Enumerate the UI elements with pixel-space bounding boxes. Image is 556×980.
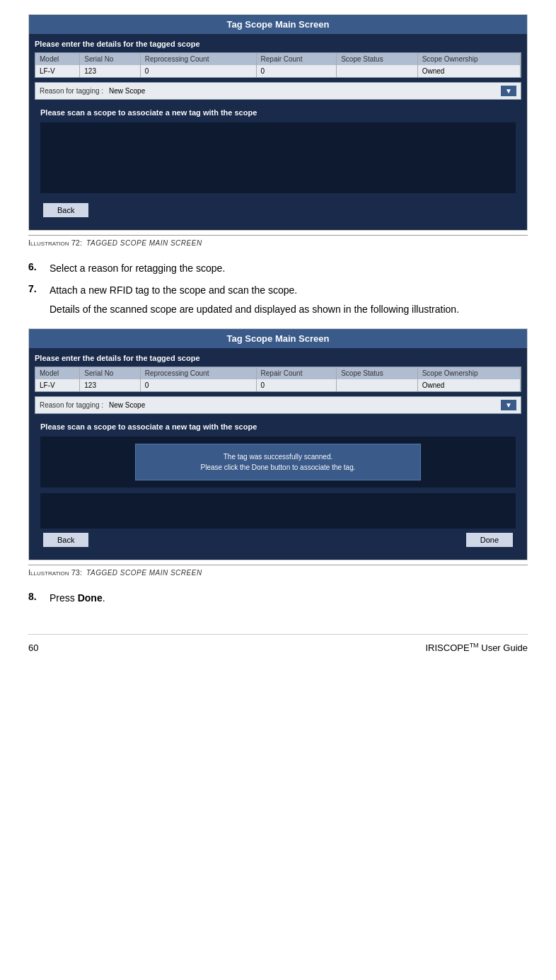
success-line2: Please click the Done button to associat…	[143, 462, 412, 473]
screen2-container: Tag Scope Main Screen Please enter the d…	[28, 328, 528, 560]
table-header: Scope Status	[337, 53, 418, 65]
table-cell: LF-V	[35, 65, 80, 77]
step6-number: 6.	[28, 261, 50, 272]
scan-area-2: Please scan a scope to associate a new t…	[35, 418, 521, 554]
table-cell: 0	[140, 65, 256, 77]
step7-content: Attach a new RFID tag to the scope and s…	[50, 283, 459, 321]
table-header: Scope Ownership	[417, 367, 520, 379]
table-header: Reprocessing Count	[140, 367, 256, 379]
table-header: Scope Status	[337, 367, 418, 379]
success-line1: The tag was successfully scanned.	[143, 451, 412, 462]
step7-text: Attach a new RFID tag to the scope and s…	[50, 283, 459, 298]
screen1-header: Please enter the details for the tagged …	[35, 40, 521, 48]
table-header: Model	[35, 367, 80, 379]
table-cell: 123	[80, 379, 141, 391]
step7-detail: Details of the scanned scope are updated…	[50, 302, 459, 317]
table-cell: Owned	[417, 65, 520, 77]
table-cell: 0	[256, 379, 337, 391]
step7-item: 7. Attach a new RFID tag to the scope an…	[28, 283, 528, 321]
caption2-label: Tagged scope main screen	[86, 569, 202, 577]
step8-bold: Done	[78, 592, 103, 604]
table-cell	[337, 65, 418, 77]
reason-value-1: New Scope	[109, 87, 501, 95]
table-cell: 0	[140, 379, 256, 391]
scan-dark-1	[40, 122, 516, 193]
back-button-2[interactable]: Back	[43, 533, 88, 547]
step8-text: Press Done.	[50, 591, 105, 606]
scan-dark-2: The tag was successfully scanned. Please…	[40, 437, 516, 488]
back-button-1[interactable]: Back	[43, 203, 88, 217]
table-cell: Owned	[417, 379, 520, 391]
done-button[interactable]: Done	[466, 533, 513, 547]
reason-label-2: Reason for tagging :	[40, 401, 103, 409]
page-footer: 60 IRISCOPETM User Guide	[28, 634, 528, 653]
screen2-title: Tag Scope Main Screen	[29, 329, 527, 348]
scan-area-1: Please scan a scope to associate a new t…	[35, 104, 521, 224]
table-header: Repair Count	[256, 53, 337, 65]
screen1-title: Tag Scope Main Screen	[29, 15, 527, 34]
table-cell: LF-V	[35, 379, 80, 391]
table-header: Serial No	[80, 53, 141, 65]
step6-item: 6. Select a reason for retagging the sco…	[28, 261, 528, 276]
step8-prefix: Press	[50, 592, 78, 604]
footer-page-number: 60	[28, 642, 38, 653]
table-header: Serial No	[80, 367, 141, 379]
caption1: Illustration 72: Tagged scope main scree…	[28, 235, 528, 247]
screen1-container: Tag Scope Main Screen Please enter the d…	[28, 14, 528, 231]
scan-bottom-spacer	[40, 493, 516, 529]
reason-row-1: Reason for tagging : New Scope ▼	[35, 82, 521, 100]
reason-label-1: Reason for tagging :	[40, 87, 103, 95]
bottom-buttons-1: Back	[40, 199, 516, 220]
caption2: Illustration 73: Tagged scope main scree…	[28, 565, 528, 577]
scan-text-2: Please scan a scope to associate a new t…	[40, 422, 516, 431]
bottom-buttons-2: Back Done	[40, 529, 516, 550]
caption1-label: Tagged scope main screen	[86, 239, 202, 247]
table-cell	[337, 379, 418, 391]
success-box: The tag was successfully scanned. Please…	[135, 444, 420, 480]
step8-number: 8.	[28, 591, 50, 602]
caption1-prefix: Illustration 72:	[28, 238, 84, 247]
table-header: Repair Count	[256, 367, 337, 379]
dropdown-btn-1[interactable]: ▼	[501, 86, 516, 96]
table-header: Reprocessing Count	[140, 53, 256, 65]
screen2-header: Please enter the details for the tagged …	[35, 354, 521, 362]
step8-item: 8. Press Done.	[28, 591, 528, 606]
step7-number: 7.	[28, 283, 50, 294]
table-cell: 123	[80, 65, 141, 77]
table-header: Model	[35, 53, 80, 65]
dropdown-btn-2[interactable]: ▼	[501, 400, 516, 410]
reason-row-2: Reason for tagging : New Scope ▼	[35, 396, 521, 414]
scan-text-1: Please scan a scope to associate a new t…	[40, 108, 516, 117]
table-header: Scope Ownership	[417, 53, 520, 65]
reason-value-2: New Scope	[109, 401, 501, 409]
scope-table-1: ModelSerial NoReprocessing CountRepair C…	[35, 52, 521, 78]
step6-text: Select a reason for retagging the scope.	[50, 261, 225, 276]
footer-brand: IRISCOPETM User Guide	[426, 642, 528, 653]
table-cell: 0	[256, 65, 337, 77]
step8-suffix: .	[103, 592, 105, 604]
scope-table-2: ModelSerial NoReprocessing CountRepair C…	[35, 367, 521, 392]
caption2-prefix: Illustration 73:	[28, 568, 84, 577]
